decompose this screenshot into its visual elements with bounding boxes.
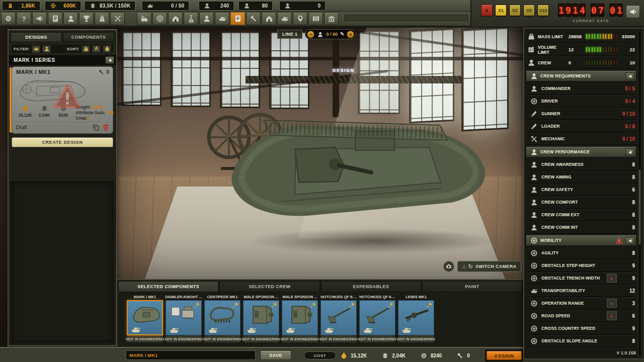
speed-x10-button[interactable]: X10 — [537, 5, 549, 16]
pin-icon[interactable] — [387, 302, 394, 308]
tab-designs[interactable]: DESIGNS — [11, 32, 62, 42]
toolbar-war-button[interactable] — [110, 12, 125, 25]
tab-expendables[interactable]: EXPENDABLES — [321, 281, 421, 292]
minus-button[interactable]: − — [307, 31, 314, 38]
assign-button[interactable]: ASSIGN — [487, 351, 522, 360]
edit-in-engineering-button[interactable]: EDIT IN ENGINEERING — [204, 335, 240, 343]
section-header-crew-performance[interactable]: CREW PERFORMANCE◀ — [526, 146, 636, 157]
sort-option-1[interactable]: A — [92, 45, 101, 53]
pin-icon[interactable] — [426, 302, 433, 308]
switch-camera-button[interactable]: ⌂ ↻ SWITCH CAMERA — [457, 261, 521, 272]
pin-icon[interactable] — [310, 302, 316, 308]
toolbar-engineering-button[interactable] — [246, 12, 261, 25]
toolbar-map-button[interactable] — [308, 12, 323, 25]
toolbar-staff-button[interactable] — [63, 12, 78, 25]
collapse-button[interactable]: ◀ — [625, 148, 634, 156]
edit-in-engineering-button[interactable]: EDIT IN ENGINEERING — [282, 335, 318, 343]
duplicate-design-icon[interactable] — [92, 124, 100, 131]
speed-x1-button[interactable]: X1 — [495, 5, 507, 16]
component-card-hotchkiss-qf-6[interactable]: HOTCHKISS QF 6-...EDIT IN ENGINEERING — [358, 294, 396, 343]
toolbar-world-button[interactable] — [152, 12, 167, 25]
window — [220, 31, 260, 108]
component-card-mark-i-mk1[interactable]: MARK I MK1EDIT IN ENGINEERING — [126, 294, 164, 343]
filter-option-1[interactable] — [42, 45, 51, 53]
component-card-lewis-mk1[interactable]: LEWIS MK1EDIT IN ENGINEERING — [397, 294, 435, 343]
collapse-series-button[interactable]: ◀ — [105, 56, 114, 64]
sort-option-0[interactable] — [82, 45, 90, 53]
save-button[interactable]: SAVE — [260, 350, 291, 360]
speed-x2-button[interactable]: X2 — [509, 5, 521, 16]
plus-button[interactable]: + — [347, 31, 354, 38]
tab-selected-components[interactable]: SELECTED COMPONENTS — [118, 281, 218, 292]
design-name-input[interactable] — [126, 350, 256, 360]
design-status: Draft — [16, 125, 90, 130]
component-preview[interactable] — [320, 300, 357, 335]
edit-in-engineering-button[interactable]: EDIT IN ENGINEERING — [398, 335, 434, 343]
toolbar-news-button[interactable] — [32, 12, 47, 25]
tab-selected-crew[interactable]: SELECTED CREW — [219, 281, 319, 292]
pin-icon[interactable] — [349, 302, 355, 308]
toolbar-government-button[interactable] — [324, 12, 339, 25]
design-card[interactable]: MARK I MK1 0 — [12, 66, 113, 134]
announcements-button[interactable] — [626, 5, 640, 18]
cycle-icon: ↻ — [468, 264, 473, 269]
pin-icon[interactable] — [194, 302, 200, 308]
edit-in-engineering-button[interactable]: EDIT IN ENGINEERING — [359, 335, 395, 343]
component-preview[interactable] — [127, 300, 163, 335]
stats-scrollbar[interactable] — [638, 31, 641, 356]
section-header-crew-requirements[interactable]: CREW REQUIREMENTS◀ — [526, 70, 636, 81]
window — [269, 31, 309, 109]
component-preview[interactable] — [282, 300, 318, 335]
scrollbar-thumb[interactable] — [638, 169, 641, 245]
edit-in-engineering-button[interactable]: EDIT IN ENGINEERING — [127, 335, 163, 343]
toolbar-design-office-button[interactable] — [230, 12, 245, 25]
collapse-button[interactable]: ◀ — [625, 237, 634, 244]
component-card-male-sponson[interactable]: MALE SPONSON ...EDIT IN ENGINEERING — [281, 294, 319, 343]
speed-x5-button[interactable]: X5 — [523, 5, 535, 16]
toolbar-achievements-button[interactable] — [79, 12, 94, 25]
create-design-button[interactable]: CREATE DESIGN — [12, 137, 113, 147]
camera-reset-button[interactable] — [443, 261, 454, 272]
edit-in-engineering-button[interactable]: EDIT IN ENGINEERING — [320, 335, 357, 343]
toolbar-army-button[interactable] — [277, 12, 292, 25]
toolbar-research-button[interactable] — [184, 12, 198, 25]
tab-paint[interactable]: PAINT — [422, 281, 522, 292]
component-card-daimler-knight[interactable]: DAIMLER-KNIGHT ...EDIT IN ENGINEERING — [165, 294, 203, 343]
toolbar-help-button[interactable]: ? — [17, 12, 31, 25]
toolbar-crew-button[interactable] — [199, 12, 214, 25]
tab-components[interactable]: COMPONENTS — [63, 32, 114, 42]
toolbar-depot-button[interactable] — [262, 12, 276, 25]
toolbar-headquarters-button[interactable] — [168, 12, 183, 25]
sort-option-2[interactable] — [103, 45, 111, 53]
component-preview[interactable] — [398, 300, 434, 335]
pin-icon[interactable] — [232, 302, 239, 308]
stat-crew-aiming: CREW AIMING8 — [526, 171, 636, 184]
cost-sheets: 2,04K — [381, 352, 406, 359]
edit-in-engineering-button[interactable]: EDIT IN ENGINEERING — [166, 335, 202, 343]
component-preview[interactable] — [359, 300, 395, 335]
delete-design-icon[interactable] — [102, 124, 110, 131]
toolbar-reports-button[interactable] — [48, 12, 62, 25]
component-card-centipede-mk1[interactable]: CENTIPEDE MK1EDIT IN ENGINEERING — [203, 294, 242, 343]
toolbar-locations-button[interactable] — [293, 12, 307, 25]
tank-model[interactable] — [220, 103, 502, 239]
toolbar-milestones-button[interactable] — [95, 12, 109, 25]
component-preview[interactable] — [166, 300, 202, 335]
component-preview[interactable] — [243, 300, 279, 335]
component-card-male-sponson[interactable]: MALE SPONSON ...EDIT IN ENGINEERING — [242, 294, 280, 343]
filter-option-0[interactable] — [32, 45, 40, 53]
section-header-mobility[interactable]: MOBILITY◀ — [526, 235, 636, 246]
pin-icon[interactable] — [271, 302, 278, 308]
design-viewport[interactable]: DESIGN LINE 1 — [117, 28, 523, 279]
edit-pencil-icon[interactable]: ✎ — [340, 32, 344, 37]
pause-button[interactable]: II — [481, 5, 493, 16]
factory-icon — [140, 15, 148, 23]
warning-badge — [607, 274, 617, 283]
toolbar-factory-button[interactable] — [137, 12, 151, 25]
collapse-button[interactable]: ◀ — [625, 72, 634, 80]
component-preview[interactable] — [204, 300, 240, 335]
component-card-hotchkiss-qf-6[interactable]: HOTCHKISS QF 6-...EDIT IN ENGINEERING — [319, 294, 358, 343]
toolbar-tank-designs-button[interactable] — [215, 12, 229, 25]
toolbar-settings-button[interactable]: ⚙ — [1, 12, 16, 25]
edit-in-engineering-button[interactable]: EDIT IN ENGINEERING — [243, 335, 279, 343]
